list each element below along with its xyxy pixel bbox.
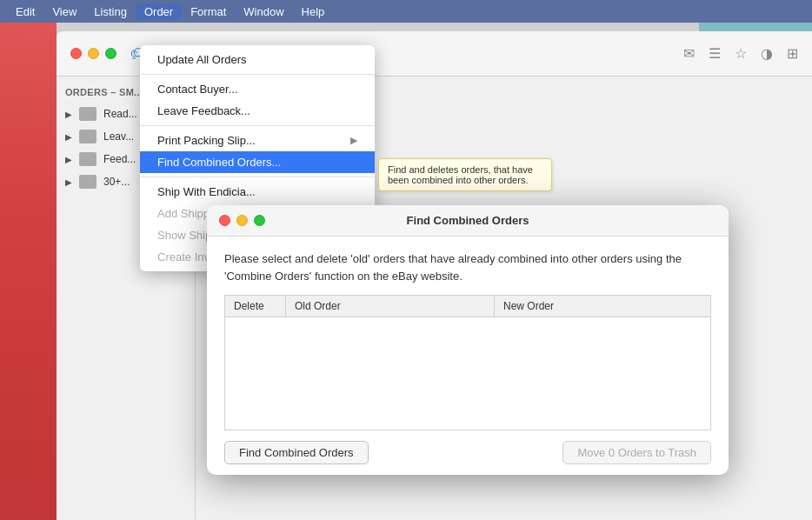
move-orders-to-trash-button: Move 0 Orders to Trash	[562, 441, 711, 464]
menu-find-combined-orders[interactable]: Find Combined Orders...	[140, 151, 375, 173]
menubar-view[interactable]: View	[43, 3, 85, 20]
order-label: Read...	[103, 108, 137, 120]
minimize-button[interactable]	[88, 48, 99, 59]
dialog-maximize-button[interactable]	[254, 215, 265, 226]
menubar-order[interactable]: Order	[136, 3, 182, 20]
app-background: 🏷 ✉ ☰ ☆ ◑ ⊞ ORDERS – SM... ▶ Read... ▶ L…	[0, 23, 812, 520]
menu-tooltip: Find and deletes orders, that have been …	[378, 158, 552, 191]
menu-separator	[140, 74, 375, 75]
dialog-close-button[interactable]	[219, 215, 230, 226]
menubar-edit[interactable]: Edit	[7, 3, 43, 20]
menu-update-all-orders[interactable]: Update All Orders	[140, 49, 375, 70]
dialog-traffic-lights	[219, 215, 265, 226]
email-icon[interactable]: ✉	[683, 45, 695, 62]
chevron-icon: ▶	[65, 132, 72, 142]
menu-ship-endicia[interactable]: Ship With Endicia...	[140, 181, 375, 203]
chevron-icon: ▶	[65, 110, 72, 119]
submenu-arrow-icon: ▶	[350, 135, 357, 146]
find-combined-orders-button[interactable]: Find Combined Orders	[224, 441, 369, 464]
menu-leave-feedback[interactable]: Leave Feedback...	[140, 100, 375, 122]
menubar-help[interactable]: Help	[293, 3, 334, 20]
order-label: Leav...	[103, 130, 134, 143]
menubar: Edit View Listing Order Format Window He…	[0, 0, 812, 23]
traffic-lights	[70, 48, 116, 59]
star-icon[interactable]: ☆	[735, 45, 747, 62]
order-icon	[79, 107, 97, 121]
dialog-minimize-button[interactable]	[236, 215, 248, 226]
menu-print-packing-slip[interactable]: Print Packing Slip... ▶	[140, 130, 375, 151]
order-icon	[79, 175, 97, 189]
dialog-footer: Find Combined Orders Move 0 Orders to Tr…	[207, 430, 729, 475]
col-delete: Delete	[225, 296, 286, 317]
menu-separator-2	[140, 125, 375, 126]
order-icon	[79, 152, 97, 166]
menubar-format[interactable]: Format	[182, 3, 235, 20]
col-new-order: New Order	[495, 296, 711, 317]
maximize-button[interactable]	[105, 48, 116, 59]
dialog-body: Please select and delete 'old' orders th…	[207, 237, 729, 430]
order-label: Feed...	[103, 153, 136, 165]
grid-icon[interactable]: ⊞	[787, 45, 798, 62]
menu-contact-buyer[interactable]: Contact Buyer...	[140, 78, 375, 100]
close-button[interactable]	[70, 48, 82, 59]
chevron-icon: ▶	[65, 177, 72, 187]
dialog-titlebar: Find Combined Orders	[207, 205, 729, 237]
dialog-table-body	[225, 317, 711, 430]
order-icon	[79, 130, 97, 143]
col-old-order: Old Order	[286, 296, 495, 317]
toggle-icon[interactable]: ◑	[761, 45, 773, 62]
order-label: 30+...	[103, 176, 130, 188]
find-combined-orders-dialog: Find Combined Orders Please select and d…	[207, 205, 729, 475]
sidebar	[0, 23, 57, 520]
dialog-table: Delete Old Order New Order	[224, 295, 711, 430]
chevron-icon: ▶	[65, 155, 72, 164]
menubar-window[interactable]: Window	[235, 3, 292, 20]
dialog-description: Please select and delete 'old' orders th…	[224, 250, 711, 284]
toolbar-icons: ✉ ☰ ☆ ◑ ⊞	[683, 45, 798, 62]
list-icon[interactable]: ☰	[709, 45, 721, 62]
dialog-title: Find Combined Orders	[219, 214, 716, 227]
menu-separator-3	[140, 177, 375, 177]
menubar-listing[interactable]: Listing	[85, 3, 136, 20]
